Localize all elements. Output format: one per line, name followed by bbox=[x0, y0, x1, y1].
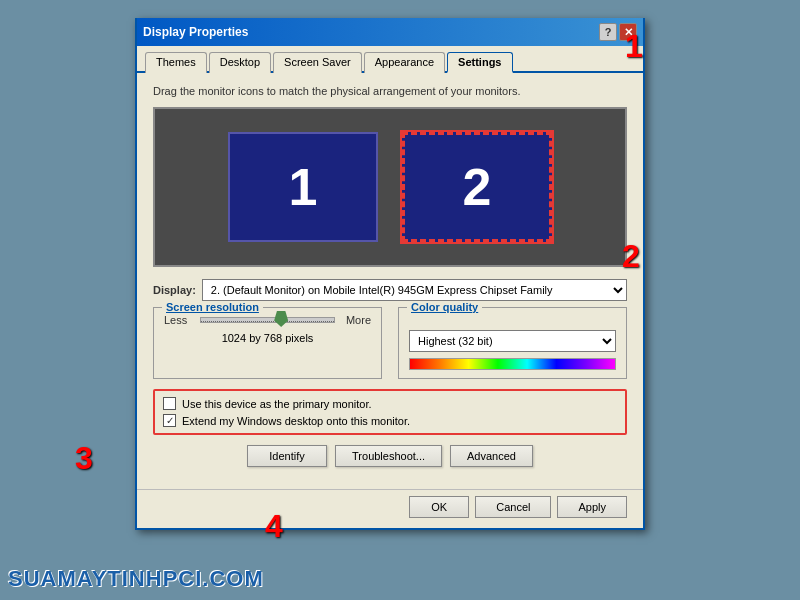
monitor-2[interactable]: 2 bbox=[402, 132, 552, 242]
monitor-1-label: 1 bbox=[289, 157, 318, 217]
annotation-3: 3 bbox=[75, 440, 93, 477]
extend-desktop-checkbox[interactable] bbox=[163, 414, 176, 427]
tab-screensaver[interactable]: Screen Saver bbox=[273, 52, 362, 73]
more-label: More bbox=[343, 314, 371, 326]
hint-text: Drag the monitor icons to match the phys… bbox=[153, 85, 627, 97]
advanced-button[interactable]: Advanced bbox=[450, 445, 533, 467]
tab-appearance[interactable]: Appearance bbox=[364, 52, 445, 73]
display-field-row: Display: 2. (Default Monitor) on Mobile … bbox=[153, 279, 627, 301]
color-bar bbox=[409, 358, 616, 370]
tab-themes[interactable]: Themes bbox=[145, 52, 207, 73]
dialog-title: Display Properties bbox=[143, 25, 248, 39]
screen-resolution-legend: Screen resolution bbox=[162, 301, 263, 313]
monitor-1[interactable]: 1 bbox=[228, 132, 378, 242]
annotation-1: 1 bbox=[625, 28, 643, 65]
color-quality-legend: Color quality bbox=[407, 301, 482, 313]
primary-monitor-checkbox[interactable] bbox=[163, 397, 176, 410]
tab-bar: Themes Desktop Screen Saver Appearance S… bbox=[137, 46, 643, 73]
apply-button[interactable]: Apply bbox=[557, 496, 627, 518]
settings-content: Drag the monitor icons to match the phys… bbox=[137, 73, 643, 489]
display-label: Display: bbox=[153, 284, 196, 296]
screen-resolution-group: Screen resolution Less More 1024 by 768 … bbox=[153, 307, 382, 379]
title-bar: Display Properties ? ✕ bbox=[137, 18, 643, 46]
troubleshoot-button[interactable]: Troubleshoot... bbox=[335, 445, 442, 467]
tab-settings[interactable]: Settings bbox=[447, 52, 512, 73]
two-col-section: Screen resolution Less More 1024 by 768 … bbox=[153, 307, 627, 379]
annotation-4: 4 bbox=[265, 508, 283, 545]
color-quality-group: Color quality Highest (32 bit) bbox=[398, 307, 627, 379]
cancel-button[interactable]: Cancel bbox=[475, 496, 551, 518]
primary-monitor-row: Use this device as the primary monitor. bbox=[163, 397, 617, 410]
action-buttons-row: Identify Troubleshoot... Advanced bbox=[153, 445, 627, 467]
display-properties-dialog: Display Properties ? ✕ Themes Desktop Sc… bbox=[135, 18, 645, 530]
slider-dots bbox=[201, 321, 334, 327]
ok-button[interactable]: OK bbox=[409, 496, 469, 518]
extend-desktop-label: Extend my Windows desktop onto this moni… bbox=[182, 415, 410, 427]
checkbox-section: Use this device as the primary monitor. … bbox=[153, 389, 627, 435]
bottom-buttons-row: OK Cancel Apply bbox=[137, 489, 643, 528]
primary-monitor-label: Use this device as the primary monitor. bbox=[182, 398, 372, 410]
resolution-slider[interactable] bbox=[200, 317, 335, 323]
monitor-preview-area: 1 2 bbox=[153, 107, 627, 267]
color-quality-select[interactable]: Highest (32 bit) bbox=[409, 330, 616, 352]
help-button[interactable]: ? bbox=[599, 23, 617, 41]
watermark: SUAMAYTINHPCI.COM bbox=[8, 566, 264, 592]
extend-desktop-row: Extend my Windows desktop onto this moni… bbox=[163, 414, 617, 427]
less-label: Less bbox=[164, 314, 192, 326]
monitor-2-label: 2 bbox=[463, 157, 492, 217]
resolution-text: 1024 by 768 pixels bbox=[164, 332, 371, 344]
identify-button[interactable]: Identify bbox=[247, 445, 327, 467]
display-select[interactable]: 2. (Default Monitor) on Mobile Intel(R) … bbox=[202, 279, 627, 301]
slider-row: Less More bbox=[164, 314, 371, 326]
tab-desktop[interactable]: Desktop bbox=[209, 52, 271, 73]
annotation-2: 2 bbox=[622, 238, 640, 275]
